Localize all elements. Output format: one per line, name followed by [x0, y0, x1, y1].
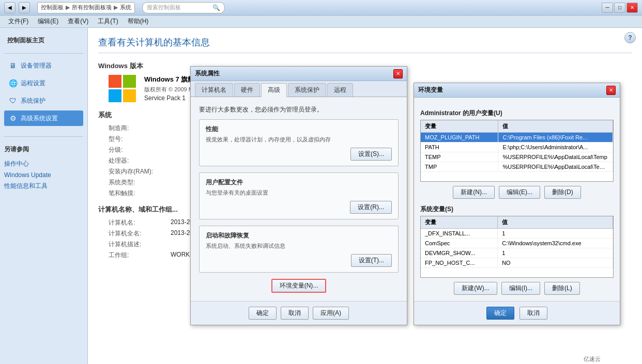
close-button[interactable]: ✕	[626, 3, 638, 13]
user-var-row-0[interactable]: MOZ_PLUGIN_PATH C:\Program Files (x86)\F…	[421, 133, 613, 143]
sidebar-item-system-protection-label: 系统保护	[21, 97, 45, 105]
envvar-cancel-btn[interactable]: 取消	[519, 307, 547, 320]
forward-button[interactable]: ▶	[19, 2, 30, 13]
title-bar: ◀ ▶ 控制面板 ▶ 所有控制面板项 ▶ 系统 搜索控制面板 🔍 ─ □ ✕	[0, 0, 642, 15]
sys-edit-btn[interactable]: 编辑(I)...	[501, 282, 540, 295]
user-var-row-3[interactable]: TMP %USERPROFILE%\AppData\Local\Temp...	[421, 162, 613, 172]
svg-rect-0	[109, 75, 121, 88]
sidebar-item-remote-settings[interactable]: 🌐 远程设置	[4, 75, 83, 91]
help-button[interactable]: ?	[624, 32, 636, 43]
tab-hardware[interactable]: 硬件	[234, 83, 260, 97]
tab-computer-name[interactable]: 计算机名	[195, 83, 233, 97]
label-computer-name: 计算机名:	[109, 218, 171, 227]
search-box[interactable]: 搜索控制面板 🔍	[142, 2, 225, 13]
sidebar-title: 控制面板主页	[4, 34, 83, 47]
envvar-ok-btn[interactable]: 确定	[486, 307, 514, 320]
sys-var-name-3: FP_NO_HOST_C...	[421, 258, 498, 268]
envvar-close-btn[interactable]: ✕	[606, 86, 616, 95]
back-button[interactable]: ◀	[4, 2, 16, 13]
sys-var-row-3[interactable]: FP_NO_HOST_C... NO	[421, 258, 613, 268]
sys-var-row-0[interactable]: _DFX_INSTALL... 1	[421, 229, 613, 239]
user-new-btn[interactable]: 新建(N)...	[453, 186, 495, 199]
user-delete-btn[interactable]: 删除(D)	[544, 186, 581, 199]
system-vars-table: 变量 值 _DFX_INSTALL... 1 ComSpec C:\Window…	[421, 216, 613, 268]
sidebar-item-device-manager-label: 设备管理器	[21, 61, 52, 70]
sysprop-ok-btn[interactable]: 确定	[249, 307, 277, 320]
tab-system-protection[interactable]: 系统保护	[288, 83, 326, 97]
sidebar-windows-update[interactable]: Windows Update	[4, 170, 83, 180]
sysprop-footer: 确定 取消 应用(A)	[191, 301, 407, 325]
sidebar-action-center[interactable]: 操作中心	[4, 158, 83, 170]
sys-var-value-1: C:\Windows\system32\cmd.exe	[498, 239, 613, 248]
user-profile-desc: 与您登录有关的桌面设置	[206, 189, 392, 197]
user-var-name-3: TMP	[421, 162, 498, 172]
user-var-value-3: %USERPROFILE%\AppData\Local\Temp...	[498, 162, 613, 172]
minimize-button[interactable]: ─	[602, 3, 613, 13]
label-ram: 安装内存(RAM):	[109, 167, 171, 176]
label-processor: 处理器:	[109, 156, 171, 165]
user-vars-btns: 新建(N)... 编辑(E)... 删除(D)	[420, 186, 614, 199]
svg-rect-3	[123, 89, 136, 102]
perf-settings-btn[interactable]: 设置(S)...	[350, 148, 392, 161]
envvar-title-text: 环境变量	[418, 86, 443, 94]
system-vars-table-container[interactable]: 变量 值 _DFX_INSTALL... 1 ComSpec C:\Window…	[420, 216, 614, 278]
user-var-col-value: 值	[498, 120, 613, 133]
user-var-row-1[interactable]: PATH E:\php;C:\Users\Administrator\A...	[421, 143, 613, 152]
user-profile-settings-btn[interactable]: 设置(R)...	[350, 201, 392, 214]
window-controls: ─ □ ✕	[602, 3, 638, 13]
startup-settings-btn[interactable]: 设置(T)...	[351, 254, 392, 267]
sysprop-close-btn[interactable]: ✕	[393, 69, 403, 78]
device-manager-icon: 🖥	[8, 61, 18, 70]
tab-remote[interactable]: 远程	[327, 83, 353, 97]
also-see-header: 另请参阅	[4, 145, 83, 154]
menu-bar: 文件(F) 编辑(E) 查看(V) 工具(T) 帮助(H)	[0, 15, 642, 28]
maximize-button[interactable]: □	[614, 3, 625, 13]
sidebar: 控制面板主页 🖥 设备管理器 🌐 远程设置 🛡 系统保护 ⚙ 高级系统设置 另请…	[0, 28, 88, 364]
sys-delete-btn[interactable]: 删除(L)	[544, 282, 580, 295]
watermark-text: 亿速云	[584, 356, 601, 362]
sidebar-item-advanced-system[interactable]: ⚙ 高级系统设置	[4, 110, 83, 126]
sidebar-item-device-manager[interactable]: 🖥 设备管理器	[4, 58, 83, 73]
user-edit-btn[interactable]: 编辑(E)...	[499, 186, 540, 199]
sys-var-row-1[interactable]: ComSpec C:\Windows\system32\cmd.exe	[421, 239, 613, 248]
sys-var-name-2: DEVMGR_SHOW...	[421, 248, 498, 258]
menu-file[interactable]: 文件(F)	[4, 16, 33, 27]
remote-settings-icon: 🌐	[8, 78, 18, 88]
address-bar[interactable]: 控制面板 ▶ 所有控制面板项 ▶ 系统	[37, 2, 135, 13]
label-system-type: 系统类型:	[109, 178, 171, 187]
sidebar-performance-info[interactable]: 性能信息和工具	[4, 180, 83, 192]
sysprop-cancel-btn[interactable]: 取消	[281, 307, 309, 320]
sysprop-title-bar: 系统属性 ✕	[191, 67, 407, 81]
svg-rect-2	[109, 89, 121, 102]
sysprop-notice: 要进行大多数更改，您必须作为管理员登录。	[199, 105, 399, 114]
watermark: 亿速云	[584, 355, 601, 363]
label-workgroup: 工作组:	[109, 251, 171, 260]
user-var-row-2[interactable]: TEMP %USERPROFILE%\AppData\Local\Temp	[421, 152, 613, 162]
breadcrumb-part2: 所有控制面板项	[72, 4, 112, 11]
menu-view[interactable]: 查看(V)	[64, 16, 93, 27]
breadcrumb-sep1: ▶	[66, 4, 70, 11]
menu-edit[interactable]: 编辑(E)	[34, 16, 63, 27]
sysprop-apply-btn[interactable]: 应用(A)	[313, 307, 349, 320]
env-var-btn[interactable]: 环境变量(N)...	[271, 279, 327, 293]
menu-help[interactable]: 帮助(H)	[124, 16, 153, 27]
advanced-system-icon: ⚙	[8, 114, 18, 123]
system-vars-btns: 新建(W)... 编辑(I)... 删除(L)	[420, 282, 614, 295]
search-icon: 🔍	[212, 4, 220, 11]
sidebar-item-remote-settings-label: 远程设置	[21, 79, 45, 88]
sys-var-row-2[interactable]: DEVMGR_SHOW... 1	[421, 248, 613, 258]
tab-advanced[interactable]: 高级	[261, 83, 287, 97]
user-var-col-name: 变量	[421, 120, 498, 133]
search-placeholder: 搜索控制面板	[147, 4, 181, 11]
sys-var-name-0: _DFX_INSTALL...	[421, 229, 498, 239]
sidebar-item-advanced-system-label: 高级系统设置	[21, 114, 58, 123]
sidebar-item-system-protection[interactable]: 🛡 系统保护	[4, 93, 83, 108]
user-vars-table-container[interactable]: 变量 值 MOZ_PLUGIN_PATH C:\Program Files (x…	[420, 120, 614, 182]
breadcrumb-part3: 系统	[120, 4, 131, 11]
user-vars-header: Administrator 的用户变量(U)	[420, 109, 614, 118]
user-var-value-2: %USERPROFILE%\AppData\Local\Temp	[498, 152, 613, 162]
sys-new-btn[interactable]: 新建(W)...	[454, 282, 497, 295]
startup-title: 启动和故障恢复	[206, 231, 392, 240]
sysprop-dialog: 系统属性 ✕ 计算机名 硬件 高级 系统保护 远程 要进行大多数更改，您必须作为…	[190, 66, 407, 325]
menu-tools[interactable]: 工具(T)	[94, 16, 122, 27]
